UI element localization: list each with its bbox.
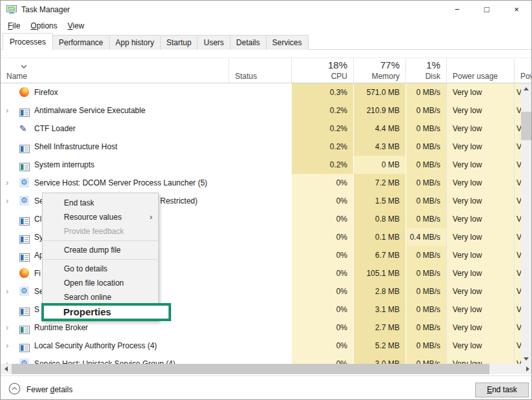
cpu-cell: 0.3%: [291, 83, 353, 101]
column-header-power-usage[interactable]: Power usage: [446, 58, 514, 83]
column-label: Memory: [354, 72, 405, 81]
tab-users[interactable]: Users: [197, 35, 230, 50]
tab-startup[interactable]: Startup: [160, 35, 198, 50]
disk-cell: 0 MB/s: [405, 300, 446, 319]
context-menu-item-provide-feedback: Provide feedback: [43, 224, 158, 238]
table-row[interactable]: ›⚙Service Host: DCOM Server Process Laun…: [1, 174, 532, 192]
disk-cell: 0 MB/s: [405, 120, 446, 138]
window-controls: − □ ×: [442, 1, 531, 19]
memory-cell: 4.4 MB: [353, 120, 405, 138]
memory-cell: 105.1 MB: [353, 264, 405, 282]
row-expand-chevron-icon[interactable]: ›: [6, 319, 8, 337]
fewer-details-toggle[interactable]: Fewer details: [8, 383, 72, 397]
tab-processes[interactable]: Processes: [3, 33, 53, 50]
row-expand-chevron-icon[interactable]: ›: [6, 337, 8, 355]
menu-separator: [43, 240, 158, 241]
column-label: Power usage: [447, 72, 514, 81]
column-header-disk[interactable]: 1%Disk: [405, 58, 446, 83]
row-expand-chevron-icon[interactable]: ›: [6, 355, 8, 364]
table-row[interactable]: ›Antimalware Service Executable0.2%210.9…: [1, 101, 532, 120]
tab-app-history[interactable]: App history: [109, 35, 161, 50]
properties-annotation-box[interactable]: Properties: [41, 303, 171, 321]
context-menu-item-go-to-details[interactable]: Go to details: [43, 262, 158, 276]
context-menu-item-resource-values[interactable]: Resource values›: [43, 210, 158, 224]
vertical-scrollbar[interactable]: [521, 83, 531, 364]
process-name: S: [34, 300, 39, 319]
column-header-name[interactable]: Name: [1, 58, 229, 83]
scroll-down-arrow[interactable]: [521, 353, 531, 364]
power-usage-cell: Very low: [446, 120, 514, 138]
scroll-right-arrow[interactable]: [522, 364, 532, 374]
row-expand-chevron-icon[interactable]: ›: [6, 282, 8, 300]
context-menu: End taskResource values›Provide feedback…: [42, 193, 159, 322]
disk-cell: 0 MB/s: [405, 174, 446, 192]
column-label: CPU: [292, 72, 353, 81]
aggregate-power-usage: [447, 59, 514, 71]
power-usage-cell: Very low: [446, 319, 514, 337]
cpu-cell: 0%: [291, 228, 353, 246]
horizontal-scrollbar[interactable]: [1, 364, 532, 374]
minimize-button[interactable]: −: [442, 1, 472, 19]
column-header-cpu[interactable]: 18%CPU: [291, 58, 353, 83]
table-row[interactable]: System interrupts0.2%0 MB0 MB/sVery lowV…: [1, 156, 532, 174]
scroll-left-arrow[interactable]: [1, 364, 11, 374]
maximize-button[interactable]: □: [472, 1, 502, 19]
menu-file[interactable]: File: [3, 20, 25, 32]
scroll-up-arrow[interactable]: [521, 83, 531, 94]
table-row[interactable]: ›Local Security Authority Process (4)0%5…: [1, 337, 532, 355]
name-cell: System interrupts: [1, 156, 229, 174]
context-menu-item-search-online[interactable]: Search online: [43, 290, 158, 304]
table-row[interactable]: ✎CTF Loader0.2%4.4 MB0 MB/sVery lowVe: [1, 120, 532, 138]
tab-services[interactable]: Services: [266, 35, 309, 50]
memory-cell: 2.8 MB: [353, 282, 405, 300]
process-name: System interrupts: [34, 156, 94, 174]
context-menu-item-open-file-location[interactable]: Open file location: [43, 276, 158, 290]
disk-cell: 0 MB/s: [405, 319, 446, 337]
aggregate-memory: 77%: [354, 59, 405, 71]
disk-cell: 0 MB/s: [405, 210, 446, 228]
aggregate-cpu: 18%: [292, 59, 353, 71]
close-button[interactable]: ×: [502, 1, 531, 19]
table-row[interactable]: Firefox0.3%571.0 MB0 MB/sVery lowVe: [1, 83, 532, 101]
menu-view[interactable]: View: [63, 20, 90, 32]
tab-performance[interactable]: Performance: [52, 35, 110, 50]
table-row[interactable]: ›⚙Service Host: Unistack Service Group (…: [1, 355, 532, 364]
task-manager-window: Task Manager − □ × File Options View Pro…: [0, 0, 532, 400]
column-header-status[interactable]: Status: [229, 58, 291, 83]
process-name: Firefox: [34, 83, 58, 101]
cpu-cell: 0%: [291, 174, 353, 192]
column-header-memory[interactable]: 77%Memory: [353, 58, 405, 83]
memory-cell: 0.8 MB: [353, 210, 405, 228]
tab-details[interactable]: Details: [230, 35, 267, 50]
cpu-cell: 0%: [291, 319, 353, 337]
process-name-fragment: Restricted): [160, 192, 198, 210]
menu-options[interactable]: Options: [25, 20, 62, 32]
row-expand-chevron-icon[interactable]: ›: [6, 192, 8, 210]
fewer-details-label: Fewer details: [26, 385, 72, 394]
status-cell: [229, 282, 291, 300]
name-cell: Firefox: [1, 83, 229, 101]
row-expand-chevron-icon[interactable]: ›: [6, 101, 8, 120]
table-row[interactable]: Shell Infrastructure Host0.2%4.3 MB0 MB/…: [1, 138, 532, 156]
context-menu-item-create-dump-file[interactable]: Create dump file: [43, 243, 158, 257]
aggregate-name: [1, 59, 229, 71]
horizontal-scroll-thumb[interactable]: [12, 364, 489, 374]
process-name: Local Security Authority Process (4): [34, 337, 157, 355]
status-cell: [229, 83, 291, 101]
status-cell: [229, 337, 291, 355]
context-menu-item-properties[interactable]: Properties: [44, 306, 169, 319]
vertical-scroll-thumb[interactable]: [521, 112, 531, 140]
column-header-pow[interactable]: Pow: [514, 58, 532, 83]
aggregate-pow: [515, 59, 532, 71]
status-cell: [229, 228, 291, 246]
row-expand-chevron-icon[interactable]: ›: [6, 174, 8, 192]
disk-cell: 0.4 MB/s: [405, 228, 446, 246]
power-usage-cell: Very low: [446, 174, 514, 192]
context-menu-item-end-task[interactable]: End task: [43, 196, 158, 210]
disk-cell: 0 MB/s: [405, 138, 446, 156]
status-cell: [229, 138, 291, 156]
end-task-button[interactable]: End task: [475, 383, 529, 397]
disk-cell: 0 MB/s: [405, 264, 446, 282]
process-name: Fi: [34, 264, 41, 282]
memory-cell: 2.7 MB: [353, 319, 405, 337]
